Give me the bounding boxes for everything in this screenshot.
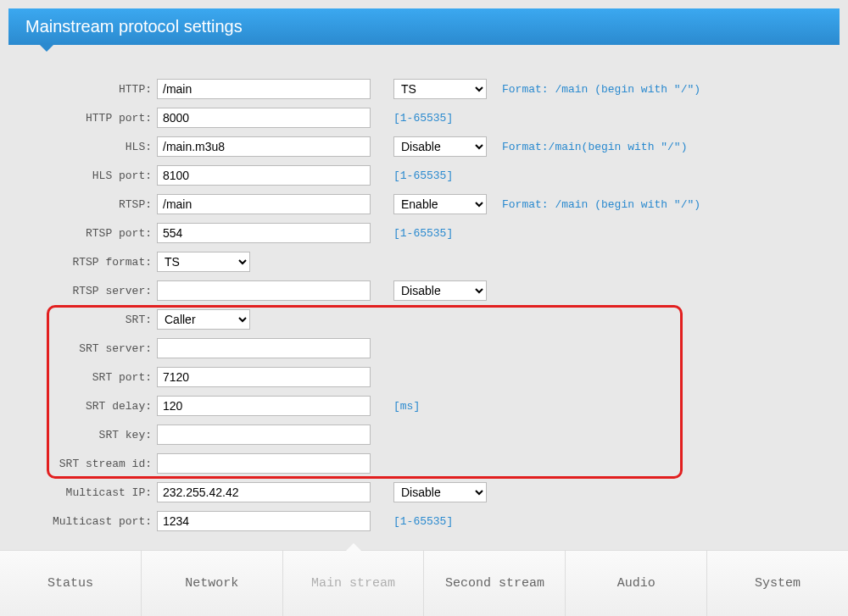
multicast-port-input[interactable]	[157, 511, 371, 531]
row-rtsp-port: RTSP port: [1-65535]	[8, 219, 840, 247]
header-arrow	[38, 43, 55, 52]
srt-server-input[interactable]	[157, 338, 371, 358]
tab-status[interactable]: Status	[0, 551, 142, 616]
row-http-port: HTTP port: [1-65535]	[8, 103, 840, 132]
row-srt-stream-id: SRT stream id:	[8, 449, 840, 478]
srt-server-label: SRT server:	[8, 342, 157, 355]
rtsp-hint: Format: /main (begin with "/")	[502, 198, 700, 211]
row-multicast-ip: Multicast IP: Disable	[8, 478, 840, 507]
hls-select[interactable]: Disable	[393, 136, 487, 157]
tab-system[interactable]: System	[707, 551, 848, 616]
rtsp-port-hint: [1-65535]	[393, 227, 453, 240]
http-label: HTTP:	[8, 83, 157, 96]
tab-main-stream[interactable]: Main stream	[283, 551, 425, 616]
http-select[interactable]: TS	[393, 79, 487, 99]
row-http: HTTP: TS Format: /main (begin with "/")	[8, 75, 840, 103]
row-srt-port: SRT port:	[8, 363, 840, 391]
multicast-ip-input[interactable]	[157, 482, 371, 502]
srt-port-label: SRT port:	[8, 371, 157, 384]
rtsp-select[interactable]: Enable	[393, 194, 487, 214]
http-port-input[interactable]	[157, 108, 371, 128]
row-hls: HLS: Disable Format:/main(begin with "/"…	[8, 132, 840, 161]
hls-port-input[interactable]	[157, 165, 371, 186]
http-hint: Format: /main (begin with "/")	[502, 83, 700, 96]
srt-label: SRT:	[8, 314, 157, 326]
page-title-bar: Mainstream protocol settings	[8, 8, 840, 45]
multicast-ip-select[interactable]: Disable	[393, 482, 487, 502]
form-area: HTTP: TS Format: /main (begin with "/") …	[8, 45, 840, 536]
rtsp-port-label: RTSP port:	[8, 227, 157, 240]
row-rtsp: RTSP: Enable Format: /main (begin with "…	[8, 190, 840, 219]
rtsp-server-label: RTSP server:	[8, 285, 157, 297]
tab-bar: Status Network Main stream Second stream…	[0, 550, 848, 616]
rtsp-server-select[interactable]: Disable	[393, 280, 487, 301]
hls-hint: Format:/main(begin with "/")	[502, 141, 687, 153]
rtsp-format-label: RTSP format:	[8, 256, 157, 269]
srt-key-label: SRT key:	[8, 429, 157, 441]
multicast-ip-label: Multicast IP:	[8, 486, 157, 499]
hls-port-label: HLS port:	[8, 169, 157, 182]
row-srt-delay: SRT delay: [ms]	[8, 391, 840, 420]
http-port-hint: [1-65535]	[393, 112, 453, 125]
srt-port-input[interactable]	[157, 367, 371, 387]
srt-delay-input[interactable]	[157, 396, 371, 416]
srt-key-input[interactable]	[157, 425, 371, 445]
multicast-port-hint: [1-65535]	[393, 515, 453, 528]
srt-select[interactable]: Caller	[157, 309, 250, 330]
srt-stream-id-input[interactable]	[157, 453, 371, 474]
srt-delay-label: SRT delay:	[8, 400, 157, 413]
page-title: Mainstream protocol settings	[25, 17, 243, 36]
hls-input[interactable]	[157, 136, 371, 157]
tab-audio[interactable]: Audio	[566, 551, 707, 616]
rtsp-port-input[interactable]	[157, 223, 371, 243]
tab-network[interactable]: Network	[142, 551, 283, 616]
http-input[interactable]	[157, 79, 371, 99]
row-srt-server: SRT server:	[8, 334, 840, 363]
row-srt: SRT: Caller	[8, 305, 840, 334]
page-container: Mainstream protocol settings HTTP: TS Fo…	[0, 8, 848, 616]
hls-label: HLS:	[8, 141, 157, 153]
row-rtsp-server: RTSP server: Disable	[8, 276, 840, 305]
srt-delay-hint: [ms]	[393, 400, 420, 413]
rtsp-server-input[interactable]	[157, 280, 371, 301]
row-srt-key: SRT key:	[8, 420, 840, 449]
rtsp-input[interactable]	[157, 194, 371, 214]
rtsp-format-select[interactable]: TS	[157, 252, 250, 272]
row-rtsp-format: RTSP format: TS	[8, 247, 840, 276]
srt-stream-id-label: SRT stream id:	[8, 458, 157, 470]
rtsp-label: RTSP:	[8, 198, 157, 211]
row-multicast-port: Multicast port: [1-65535]	[8, 507, 840, 536]
http-port-label: HTTP port:	[8, 112, 157, 125]
row-hls-port: HLS port: [1-65535]	[8, 161, 840, 190]
tab-second-stream[interactable]: Second stream	[424, 551, 566, 616]
multicast-port-label: Multicast port:	[8, 515, 157, 528]
hls-port-hint: [1-65535]	[393, 169, 453, 182]
